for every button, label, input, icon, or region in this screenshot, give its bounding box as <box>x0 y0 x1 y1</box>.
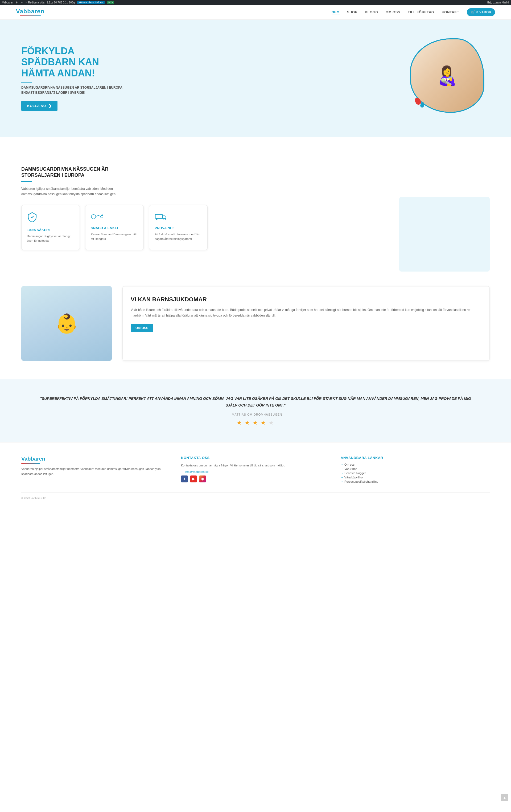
footer-copyright: © 2023 Vabbaren AB. <box>21 492 490 500</box>
baby-image-placeholder: 👶 <box>55 313 78 335</box>
about-us-button[interactable]: OM OSS <box>131 324 153 332</box>
site-header: Vabbaren HEM SHOP BLOGG OM OSS TILL FÖRE… <box>0 5 511 20</box>
star-1: ★ <box>237 419 242 426</box>
about-image: 👶 <box>21 286 112 361</box>
about-description: Vi är både läkare och föräldrar till två… <box>131 307 481 319</box>
svg-rect-1 <box>101 215 103 218</box>
main-nav: HEM SHOP BLOGG OM OSS TILL FÖRETAG KONTA… <box>332 8 495 16</box>
testimonial-author: – MATTIAS OM DRÖMNÄSSUGEN <box>37 413 474 416</box>
logo-underline <box>20 16 41 16</box>
facebook-icon[interactable]: f <box>181 475 188 483</box>
hero-subtitle: DAMMSUGARDRIVNA NÄSSUGEN ÄR STORSÄLJAREN… <box>21 85 128 95</box>
footer-brand-description: Vabbaren hjälper småbarnsfamiljer bemäst… <box>21 466 170 476</box>
hero-image-wrap: 👩‍🍼 <box>399 36 490 121</box>
admin-plus-icon[interactable]: ＋ <box>21 1 23 4</box>
features-section: DAMMSUGARDRIVNA NÄSSUGEN ÄR STORSÄLJAREN… <box>0 147 511 286</box>
site-footer: Vabbaren Vabbaren hjälper småbarnsfamilj… <box>0 442 511 508</box>
feature-desc-try: Fri frakt & snabb leverans med 14-dagars… <box>155 232 202 241</box>
testimonial-section: "SUPEREFFEKTIV PÅ FÖRKYLDA SMÄTTINGAR! P… <box>0 379 511 442</box>
hero-title: FÖRKYLDA SPÄDBARN KAN HÄMTA ANDAN! <box>21 46 128 79</box>
star-5-empty: ★ <box>269 419 274 426</box>
footer-email-link[interactable]: info@vabbaren.se <box>181 470 330 473</box>
nav-item-blogg[interactable]: BLOGG <box>365 10 378 14</box>
youtube-icon[interactable]: ▶ <box>190 475 197 483</box>
arrow-icon: ❯ <box>48 103 52 108</box>
feature-title-safe: 100% SÄKERT <box>27 228 74 232</box>
feature-card-easy: SNABB & ENKEL Passar Standard Dammsugare… <box>85 205 144 250</box>
hero-cta-button[interactable]: KOLLA NU ❯ <box>21 100 58 111</box>
logo-text: Vabbaren <box>16 8 44 15</box>
svg-line-3 <box>102 214 103 215</box>
hero-section: FÖRKYLDA SPÄDBARN KAN HÄMTA ANDAN! DAMMS… <box>0 20 511 137</box>
features-description: Vabbaren hjälper småbarnsfamiljer bemäst… <box>21 186 128 197</box>
footer-links-title: ANVÄNDBARA LÄNKAR <box>341 456 490 460</box>
footer-col-contact: KONTAKTA OSS Kontakta oss om du har någr… <box>181 456 330 484</box>
star-rating: ★ ★ ★ ★ ★ <box>37 419 474 426</box>
nav-item-hem[interactable]: HEM <box>332 10 340 14</box>
about-section: 👶 VI KAN BARNSJUKDOMAR Vi är både läkare… <box>0 286 511 379</box>
instagram-icon[interactable]: ◉ <box>199 475 206 483</box>
truck-icon <box>155 212 202 223</box>
footer-logo-underline <box>21 463 40 464</box>
star-3: ★ <box>252 419 259 426</box>
svg-rect-4 <box>155 214 163 218</box>
footer-logo-text: Vabbaren <box>21 456 170 462</box>
features-bg-shape <box>399 197 490 271</box>
nav-item-om-oss[interactable]: OM OSS <box>386 10 400 14</box>
svg-point-6 <box>164 218 165 220</box>
cart-icon: 🛒 <box>471 10 475 14</box>
footer-grid: Vabbaren Vabbaren hjälper småbarnsfamilj… <box>21 456 490 484</box>
footer-link-vab-shop[interactable]: Vab-Shop <box>341 467 490 470</box>
feature-card-try: PROVA NU! Fri frakt & snabb leverans med… <box>149 205 208 250</box>
site-logo[interactable]: Vabbaren <box>16 8 44 16</box>
features-title: DAMMSUGARDRIVNA NÄSSUGEN ÄR STORSÄLJAREN… <box>21 166 128 179</box>
shield-icon <box>27 212 74 225</box>
admin-site-name[interactable]: Vabbaren <box>2 1 13 4</box>
features-cards-layout: 100% SÄKERT Dammsugar Sugtrycket är ofar… <box>21 205 490 250</box>
feature-card-safe: 100% SÄKERT Dammsugar Sugtrycket är ofar… <box>21 205 80 250</box>
feature-title-try: PROVA NU! <box>155 226 202 230</box>
footer-link-personuppgifter[interactable]: Personuppgiftsbehandling <box>341 480 490 483</box>
feature-desc-safe: Dammsugar Sugtrycket är ofarligt även fö… <box>27 234 74 243</box>
svg-point-5 <box>156 218 158 220</box>
admin-flag-icon: 🏳 <box>16 1 18 4</box>
footer-link-senaste-bloggen[interactable]: Senaste bloggen <box>341 471 490 475</box>
admin-bar: Vabbaren 🏳 ＋ ✎ Redigera sida 1.11s 70.7k… <box>0 0 511 5</box>
footer-contact-title: KONTAKTA OSS <box>181 456 330 460</box>
nav-item-kontakt[interactable]: KONTAKT <box>442 10 459 14</box>
seo-button[interactable]: SEO <box>107 1 114 4</box>
footer-col-brand: Vabbaren Vabbaren hjälper småbarnsfamilj… <box>21 456 170 484</box>
about-content: VI KAN BARNSJUKDOMAR Vi är både läkare o… <box>122 286 490 361</box>
star-4: ★ <box>261 419 266 426</box>
footer-link-om-oss[interactable]: Om oss <box>341 463 490 466</box>
hero-divider <box>21 82 32 83</box>
hero-content: FÖRKYLDA SPÄDBARN KAN HÄMTA ANDAN! DAMMS… <box>21 46 128 111</box>
user-greeting: Hej, Uzzam Khalid <box>487 1 509 4</box>
activate-visual-builder-button[interactable]: Aktivera Visual Builden <box>77 1 104 4</box>
about-title: VI KAN BARNSJUKDOMAR <box>131 296 481 303</box>
footer-contact-description: Kontakta oss om du har några frågor. Vi … <box>181 463 330 468</box>
plug-icon <box>91 212 138 223</box>
footer-link-kopvillkor[interactable]: Våra köpvillkor <box>341 476 490 479</box>
features-divider <box>21 181 32 182</box>
features-header: DAMMSUGARDRIVNA NÄSSUGEN ÄR STORSÄLJAREN… <box>21 166 128 197</box>
footer-col-links: ANVÄNDBARA LÄNKAR Om oss Vab-Shop Senast… <box>341 456 490 484</box>
cart-button[interactable]: 🛒 0 varor <box>467 8 495 16</box>
nav-item-till-foretag[interactable]: TILL FÖRETAG <box>408 10 434 14</box>
nav-item-shop[interactable]: SHOP <box>347 10 357 14</box>
social-icons: f ▶ ◉ <box>181 475 330 483</box>
admin-edit-icon[interactable]: ✎ Redigera sida <box>25 1 44 4</box>
feature-title-easy: SNABB & ENKEL <box>91 226 138 230</box>
star-2: ★ <box>245 419 250 426</box>
feature-desc-easy: Passar Standard Dammsugare Lätt att Reng… <box>91 232 138 241</box>
cart-label: 0 varor <box>476 10 491 14</box>
svg-point-0 <box>91 214 96 219</box>
hero-cta-label: KOLLA NU <box>27 104 46 108</box>
admin-stats: 1.11s 70.7kB 0.1b 266q <box>47 1 75 4</box>
testimonial-text: "SUPEREFFEKTIV PÅ FÖRKYLDA SMÄTTINGAR! P… <box>37 395 474 409</box>
